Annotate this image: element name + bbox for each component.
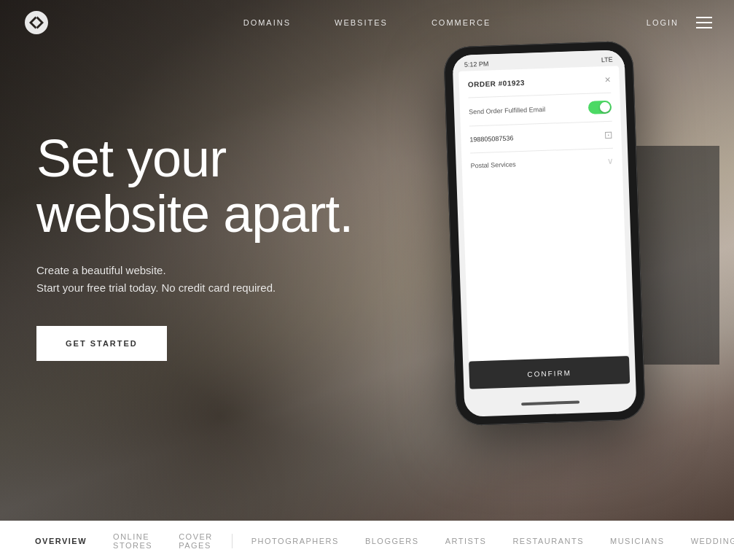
phone-home-indicator (521, 400, 579, 405)
phone-mockup: 5:12 PM LTE ORDER #01923 × Send Order Fu… (443, 41, 646, 427)
hero-content: Set your website apart. Create a beautif… (36, 131, 353, 361)
phone-signal: LTE (601, 56, 613, 64)
nav-item-commerce[interactable]: COMMERCE (432, 18, 491, 27)
footer-nav-item-photographers[interactable]: PHOTOGRAPHERS (238, 537, 352, 545)
phone-carrier-label: Postal Services (471, 160, 516, 169)
phone-toggle-label: Send Order Fulfilled Email (469, 106, 545, 116)
cta-get-started-button[interactable]: GET STARTED (36, 326, 167, 361)
phone-confirm-bar: CONFIRM (469, 356, 630, 389)
site-header: DOMAINS WEBSITES COMMERCE LOGIN (0, 0, 734, 44)
squarespace-logo[interactable] (22, 8, 51, 37)
phone-toggle (588, 101, 612, 114)
phone-time: 5:12 PM (464, 61, 489, 69)
phone-screen: 5:12 PM LTE ORDER #01923 × Send Order Fu… (452, 50, 636, 417)
phone-ui-content: ORDER #01923 × Send Order Fulfilled Emai… (458, 66, 629, 361)
nav-item-domains[interactable]: DOMAINS (243, 18, 291, 27)
phone-carrier-row: Postal Services ∨ (470, 149, 614, 179)
footer-nav-item-restaurants[interactable]: RESTAURANTS (499, 537, 597, 545)
header-logo-area (22, 8, 51, 37)
footer-nav-item-online-stores[interactable]: ONLINE STORES (100, 532, 165, 550)
hamburger-line-2 (696, 22, 712, 23)
phone-outer-shell: 5:12 PM LTE ORDER #01923 × Send Order Fu… (443, 41, 646, 427)
phone-toggle-row: Send Order Fulfilled Email (468, 93, 612, 127)
hero-headline: Set your website apart. (36, 131, 353, 241)
phone-home-bar (464, 389, 637, 417)
hero-section: 5:12 PM LTE ORDER #01923 × Send Order Fu… (0, 0, 734, 521)
footer-nav-item-overview[interactable]: OVERVIEW (22, 537, 100, 545)
phone-close-icon: × (604, 74, 611, 85)
phone-scan-icon: ⊡ (604, 129, 613, 141)
phone-confirm-label: CONFIRM (527, 369, 571, 378)
footer-nav-item-weddings[interactable]: WEDDINGS (678, 537, 734, 545)
hamburger-line-1 (696, 17, 712, 18)
footer-nav-item-cover-pages[interactable]: COVER PAGES (165, 532, 226, 550)
hamburger-line-3 (696, 27, 712, 28)
phone-tracking-number: 198805087536 (469, 134, 513, 143)
footer-nav-primary: OVERVIEW ONLINE STORES COVER PAGES PHOTO… (22, 532, 734, 550)
header-actions: LOGIN (647, 17, 712, 28)
footer-nav-item-bloggers[interactable]: BLOGGERS (352, 537, 432, 545)
footer-nav-item-artists[interactable]: ARTISTS (432, 537, 500, 545)
footer-nav-item-musicians[interactable]: MUSICIANS (597, 537, 678, 545)
phone-order-title: ORDER #01923 (468, 78, 526, 88)
phone-chevron-icon: ∨ (606, 156, 613, 166)
login-button[interactable]: LOGIN (647, 18, 679, 27)
hamburger-menu-button[interactable] (696, 17, 712, 28)
hero-subtext: Create a beautiful website. Start your f… (36, 262, 353, 297)
footer-navigation: OVERVIEW ONLINE STORES COVER PAGES PHOTO… (0, 521, 734, 560)
nav-item-websites[interactable]: WEBSITES (335, 18, 388, 27)
main-nav: DOMAINS WEBSITES COMMERCE (243, 18, 491, 27)
